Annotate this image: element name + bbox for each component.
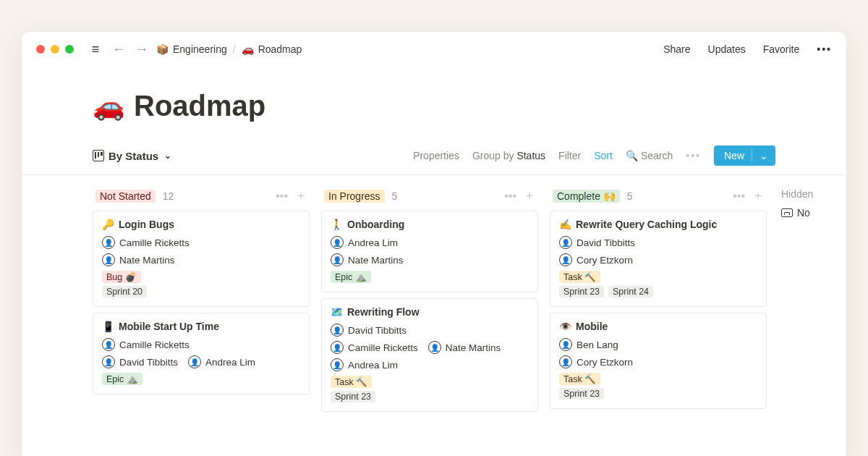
toolbar-right: Properties Group by Status Filter Sort 🔍… <box>413 145 775 166</box>
card[interactable]: 🔑Login Bugs👤Camille Ricketts👤Nate Martin… <box>93 211 310 307</box>
card-title: ✍️Rewrite Query Caching Logic <box>559 219 757 230</box>
filter-button[interactable]: Filter <box>558 150 581 161</box>
assignee-name: David Tibbitts <box>119 357 178 368</box>
tag-row: Epic ⛰️ <box>331 271 529 283</box>
assignee-row: 👤Cory Etzkorn <box>559 355 757 368</box>
card[interactable]: 📱Mobile Start Up Time👤Camille Ricketts👤D… <box>93 313 310 394</box>
sprint-tag: Sprint 23 <box>331 391 375 402</box>
view-toolbar: By Status ⌄ Properties Group by Status F… <box>22 141 846 175</box>
updates-button[interactable]: Updates <box>708 43 746 55</box>
view-label: By Status <box>109 150 158 162</box>
menu-icon[interactable]: ≡ <box>87 41 104 58</box>
assignee-name: Andrea Lim <box>348 237 398 248</box>
column-status-tag[interactable]: Complete 🙌 <box>553 190 620 203</box>
page-title-text[interactable]: Roadmap <box>134 90 265 122</box>
assignee: 👤Camille Ricketts <box>102 338 190 351</box>
titlebar: ≡ ← → 📦 Engineering / 🚗 Roadmap Share Up… <box>22 32 846 67</box>
maximize-window-dot[interactable] <box>65 45 74 54</box>
card-title-text: Mobile Start Up Time <box>119 321 219 332</box>
hidden-column: HiddenNo <box>778 188 846 418</box>
assignee: 👤Andrea Lim <box>331 236 398 249</box>
breadcrumb-separator: / <box>233 43 236 55</box>
column-header: Not Started12•••＋ <box>93 188 310 211</box>
board-column: Not Started12•••＋🔑Login Bugs👤Camille Ric… <box>93 188 310 418</box>
card-title-text: Onboarding <box>347 219 404 230</box>
assignee: 👤David Tibbitts <box>331 324 407 337</box>
main: 🚗 Roadmap By Status ⌄ Properties Group b… <box>22 67 846 418</box>
assignee-name: Camille Ricketts <box>348 342 418 353</box>
column-header-right: •••＋ <box>276 188 307 203</box>
column-count: 12 <box>163 190 174 202</box>
page-icon[interactable]: 🚗 <box>93 91 125 122</box>
favorite-button[interactable]: Favorite <box>763 43 800 55</box>
sort-button[interactable]: Sort <box>594 150 613 161</box>
assignee: 👤Cory Etzkorn <box>559 355 633 368</box>
type-tag: Task 🔨 <box>559 271 600 283</box>
assignee: 👤Cory Etzkorn <box>559 253 633 266</box>
sprint-row: Sprint 20 <box>102 286 300 297</box>
column-add-icon[interactable]: ＋ <box>752 188 764 203</box>
avatar: 👤 <box>559 338 572 351</box>
breadcrumb-parent-icon: 📦 <box>156 43 169 55</box>
column-more-icon[interactable]: ••• <box>733 190 745 203</box>
type-tag: Task 🔨 <box>331 376 372 388</box>
assignee-name: Nate Martins <box>446 342 501 353</box>
new-button-divider <box>752 149 752 162</box>
share-button[interactable]: Share <box>663 43 690 55</box>
column-header: In Progress5•••＋ <box>321 188 538 211</box>
column-add-icon[interactable]: ＋ <box>524 188 535 203</box>
assignee-name: Nate Martins <box>348 255 404 266</box>
assignee: 👤Camille Ricketts <box>331 341 418 354</box>
sprint-tag: Sprint 24 <box>608 286 653 297</box>
card-title-text: Login Bugs <box>119 219 174 230</box>
search-button[interactable]: 🔍 Search <box>626 150 673 161</box>
card-icon: 🗺️ <box>331 306 343 318</box>
back-icon[interactable]: ← <box>110 41 127 58</box>
card-title-text: Rewrite Query Caching Logic <box>576 219 717 230</box>
column-add-icon[interactable]: ＋ <box>295 188 307 203</box>
card[interactable]: 🚶Onboarding👤Andrea Lim👤Nate MartinsEpic … <box>321 211 538 292</box>
view-selector[interactable]: By Status ⌄ <box>93 150 171 162</box>
avatar: 👤 <box>102 236 115 249</box>
card[interactable]: ✍️Rewrite Query Caching Logic👤David Tibb… <box>550 211 767 307</box>
card-title: 🔑Login Bugs <box>102 219 300 230</box>
card-icon: 🔑 <box>102 219 114 230</box>
close-window-dot[interactable] <box>36 45 45 54</box>
card[interactable]: 🗺️Rewriting Flow👤David Tibbitts👤Camille … <box>321 298 538 412</box>
minimize-window-dot[interactable] <box>51 45 59 54</box>
assignee-row: 👤David Tibbitts👤Andrea Lim <box>102 355 300 368</box>
no-title-row[interactable]: No <box>778 207 846 219</box>
properties-button[interactable]: Properties <box>413 150 459 161</box>
assignee: 👤Nate Martins <box>428 341 501 354</box>
column-status-tag[interactable]: Not Started <box>95 190 156 203</box>
column-status-tag[interactable]: In Progress <box>324 190 385 203</box>
toolbar-more-icon[interactable]: ••• <box>686 150 701 161</box>
new-button[interactable]: New ⌄ <box>714 145 775 166</box>
column-more-icon[interactable]: ••• <box>276 190 288 203</box>
assignee-row: 👤Andrea Lim <box>331 358 529 371</box>
assignee-name: Cory Etzkorn <box>576 357 633 368</box>
card-title: 📱Mobile Start Up Time <box>102 321 300 332</box>
group-by-button[interactable]: Group by Status <box>472 150 545 161</box>
assignee-name: Camille Ricketts <box>119 339 190 350</box>
card-icon: 👁️ <box>559 321 571 332</box>
assignee-row: 👤David Tibbitts <box>331 324 529 337</box>
sprint-row: Sprint 23 <box>331 391 529 402</box>
card-title-text: Rewriting Flow <box>347 306 420 318</box>
breadcrumb-parent[interactable]: Engineering <box>173 43 227 55</box>
breadcrumb: 📦 Engineering / 🚗 Roadmap <box>156 43 302 55</box>
board-view-icon <box>93 150 104 161</box>
assignee: 👤Camille Ricketts <box>102 236 190 249</box>
card-title-text: Mobile <box>576 321 608 332</box>
column-more-icon[interactable]: ••• <box>504 190 516 203</box>
assignee: 👤Andrea Lim <box>331 358 398 371</box>
assignee-row: 👤Nate Martins <box>331 253 529 266</box>
assignee: 👤Andrea Lim <box>188 355 255 368</box>
breadcrumb-current[interactable]: Roadmap <box>258 43 302 55</box>
search-label: Search <box>641 150 673 161</box>
tag-row: Task 🔨 <box>559 271 757 283</box>
more-icon[interactable]: ••• <box>817 43 832 55</box>
forward-icon[interactable]: → <box>133 41 150 58</box>
assignee-name: David Tibbitts <box>576 237 635 248</box>
card[interactable]: 👁️Mobile👤Ben Lang👤Cory EtzkornTask 🔨Spri… <box>550 313 767 409</box>
